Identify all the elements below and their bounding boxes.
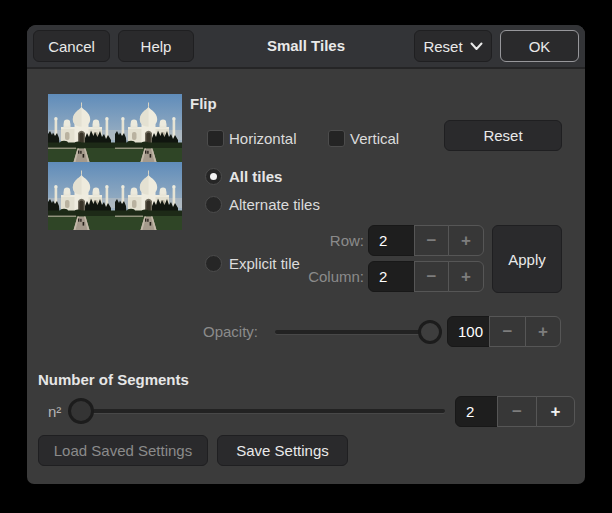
minus-icon: −	[427, 231, 437, 251]
load-saved-settings-button[interactable]: Load Saved Settings	[38, 435, 208, 466]
alternate-tiles-radio-label: Alternate tiles	[229, 196, 320, 213]
minus-icon: −	[503, 322, 513, 342]
screen: { "title": "Small Tiles", "titlebar": { …	[0, 0, 612, 513]
flip-section-label: Flip	[190, 95, 217, 112]
segments-spinbutton: 2 − +	[455, 396, 575, 427]
segments-decrement-button[interactable]: −	[497, 396, 537, 427]
row-spinbutton: 2 − +	[368, 225, 484, 256]
vertical-checkbox-label: Vertical	[350, 130, 399, 147]
alternate-tiles-radio[interactable]	[205, 196, 222, 213]
segments-section-label: Number of Segments	[38, 371, 189, 388]
filter-preview-image	[48, 94, 182, 230]
column-label: Column:	[264, 261, 364, 292]
opacity-slider-thumb[interactable]	[418, 320, 442, 344]
segments-slider-track[interactable]	[70, 409, 445, 413]
plus-icon: +	[538, 322, 548, 342]
column-decrement-button[interactable]: −	[414, 261, 449, 292]
segments-value-field[interactable]: 2	[455, 396, 498, 427]
opacity-slider-track[interactable]	[275, 330, 441, 334]
column-increment-button[interactable]: +	[448, 261, 484, 292]
opacity-increment-button[interactable]: +	[525, 316, 561, 347]
save-settings-button[interactable]: Save Settings	[217, 435, 348, 466]
explicit-tile-radio[interactable]	[205, 255, 222, 272]
segments-increment-button[interactable]: +	[536, 396, 575, 427]
opacity-value-field[interactable]: 100	[447, 316, 490, 347]
reset-dropdown-button[interactable]: Reset	[414, 30, 492, 62]
row-value-field[interactable]: 2	[368, 225, 415, 256]
horizontal-checkbox[interactable]	[207, 130, 224, 147]
segments-param-label: n²	[48, 396, 61, 427]
row-increment-button[interactable]: +	[448, 225, 484, 256]
column-spinbutton: 2 − +	[368, 261, 484, 292]
minus-icon: −	[427, 267, 437, 287]
ok-button[interactable]: OK	[500, 30, 579, 62]
dialog-titlebar: Cancel Help Small Tiles Reset OK	[27, 25, 585, 69]
opacity-decrement-button[interactable]: −	[489, 316, 526, 347]
row-decrement-button[interactable]: −	[414, 225, 449, 256]
flip-reset-button[interactable]: Reset	[444, 120, 562, 151]
reset-dropdown-label: Reset	[423, 38, 462, 55]
minus-icon: −	[512, 402, 522, 422]
opacity-spinbutton: 100 − +	[447, 316, 561, 347]
apply-button[interactable]: Apply	[492, 225, 562, 293]
plus-icon: +	[461, 267, 471, 287]
row-label: Row:	[264, 225, 364, 256]
plus-icon: +	[461, 231, 471, 251]
opacity-label: Opacity:	[203, 316, 258, 347]
all-tiles-radio[interactable]	[205, 168, 222, 185]
small-tiles-dialog: Cancel Help Small Tiles Reset OK	[27, 25, 585, 484]
horizontal-checkbox-label: Horizontal	[229, 130, 297, 147]
all-tiles-radio-label: All tiles	[229, 168, 282, 185]
chevron-down-icon	[470, 42, 483, 51]
plus-icon: +	[551, 402, 561, 422]
segments-slider-thumb[interactable]	[68, 398, 94, 424]
column-value-field[interactable]: 2	[368, 261, 415, 292]
vertical-checkbox[interactable]	[328, 130, 345, 147]
